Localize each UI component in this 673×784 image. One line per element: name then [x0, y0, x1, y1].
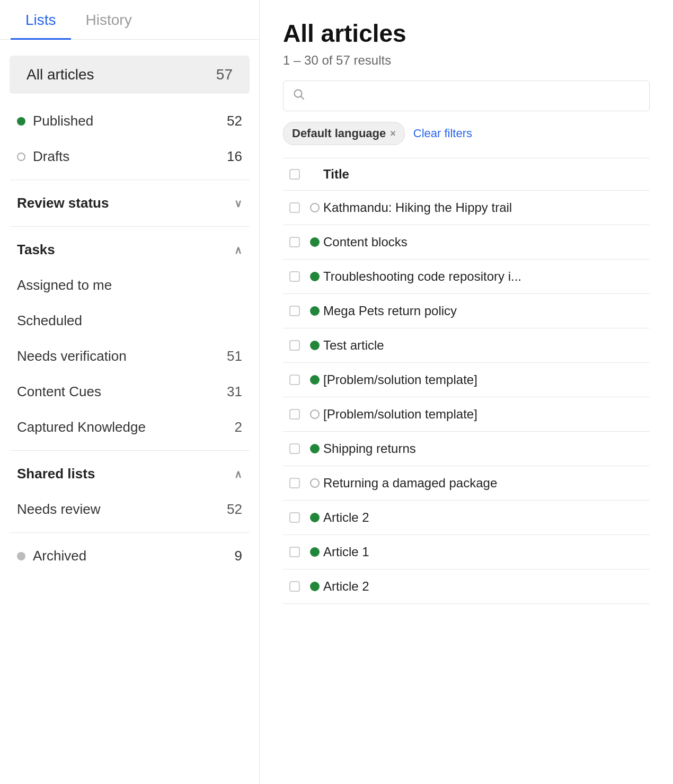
archived-count: 9: [235, 548, 242, 564]
sidebar-item-needs-verification[interactable]: Needs verification 51: [0, 338, 259, 374]
article-title: Kathmandu: Hiking the Hippy trail: [323, 200, 650, 215]
tasks-header[interactable]: Tasks ∧: [0, 232, 259, 268]
published-label: Published: [33, 113, 93, 129]
table-row[interactable]: Troubleshooting code repository i...: [283, 260, 650, 294]
sidebar-item-content-cues[interactable]: Content Cues 31: [0, 374, 259, 409]
needs-verification-label: Needs verification: [17, 348, 127, 364]
row-checkbox[interactable]: [289, 271, 300, 282]
article-title: Mega Pets return policy: [323, 304, 650, 318]
drafts-label: Drafts: [33, 148, 69, 165]
row-checkbox[interactable]: [289, 375, 300, 385]
table-row[interactable]: Mega Pets return policy: [283, 294, 650, 328]
sidebar-item-assigned-to-me[interactable]: Assigned to me: [0, 268, 259, 303]
sidebar-item-captured-knowledge[interactable]: Captured Knowledge 2: [0, 409, 259, 445]
select-all-checkbox[interactable]: [289, 169, 300, 180]
filter-tag-close-icon[interactable]: ×: [390, 128, 396, 139]
sidebar-item-published[interactable]: Published 52: [0, 103, 259, 139]
all-articles-count: 57: [216, 66, 233, 83]
all-articles-item[interactable]: All articles 57: [10, 56, 250, 94]
published-dot: [17, 117, 25, 126]
status-dot-published: [310, 306, 320, 316]
table-row[interactable]: Article 1: [283, 535, 650, 569]
filter-bar: Default language × Clear filters: [283, 122, 650, 145]
table-row[interactable]: Kathmandu: Hiking the Hippy trail: [283, 191, 650, 225]
sidebar-item-scheduled[interactable]: Scheduled: [0, 303, 259, 338]
divider-2: [10, 226, 250, 227]
table-row[interactable]: Shipping returns: [283, 432, 650, 466]
status-dot-published: [310, 547, 320, 557]
status-dot-draft: [310, 203, 320, 212]
results-count: 1 – 30 of 57 results: [283, 53, 650, 68]
row-checkbox[interactable]: [289, 581, 300, 592]
all-articles-label: All articles: [26, 66, 94, 83]
sidebar-content: All articles 57 Published 52 Drafts 16 R…: [0, 40, 259, 584]
table-row[interactable]: [Problem/solution template]: [283, 397, 650, 432]
row-checkbox[interactable]: [289, 202, 300, 213]
status-dot-published: [310, 272, 320, 281]
sidebar-item-drafts[interactable]: Drafts 16: [0, 139, 259, 174]
tab-lists[interactable]: Lists: [11, 0, 71, 40]
archived-dot: [17, 552, 25, 560]
row-checkbox[interactable]: [289, 237, 300, 247]
review-status-label: Review status: [17, 195, 109, 211]
table-row[interactable]: Returning a damaged package: [283, 466, 650, 501]
article-title: Shipping returns: [323, 441, 650, 456]
published-count: 52: [227, 113, 242, 129]
status-dot-draft: [310, 478, 320, 488]
sidebar: Lists History All articles 57 Published …: [0, 0, 260, 784]
clear-filters-button[interactable]: Clear filters: [413, 127, 472, 140]
divider-1: [10, 180, 250, 180]
status-dot-published: [310, 237, 320, 247]
article-title: Test article: [323, 338, 650, 353]
tasks-label: Tasks: [17, 242, 55, 258]
drafts-dot: [17, 153, 25, 161]
needs-review-count: 52: [227, 501, 242, 518]
filter-tag-label: Default language: [292, 127, 386, 140]
filter-tag-default-language[interactable]: Default language ×: [283, 122, 405, 145]
drafts-count: 16: [227, 148, 242, 165]
status-dot-published: [310, 341, 320, 350]
table-row[interactable]: Content blocks: [283, 225, 650, 260]
table-row[interactable]: Article 2: [283, 569, 650, 604]
article-table-header: Title: [283, 158, 650, 191]
article-title: Article 2: [323, 579, 650, 594]
article-title: Returning a damaged package: [323, 476, 650, 491]
shared-lists-chevron-icon: ∧: [234, 468, 242, 480]
article-title: [Problem/solution template]: [323, 407, 650, 422]
shared-lists-header[interactable]: Shared lists ∧: [0, 456, 259, 492]
shared-lists-label: Shared lists: [17, 466, 95, 482]
status-dot-published: [310, 375, 320, 385]
tasks-chevron-icon: ∧: [234, 244, 242, 256]
status-dot-published: [310, 582, 320, 591]
table-row[interactable]: Article 2: [283, 501, 650, 535]
row-checkbox[interactable]: [289, 340, 300, 351]
review-status-header[interactable]: Review status ∨: [0, 185, 259, 221]
row-checkbox[interactable]: [289, 306, 300, 316]
search-input[interactable]: [311, 89, 640, 103]
row-checkbox[interactable]: [289, 547, 300, 557]
row-checkbox[interactable]: [289, 409, 300, 420]
tabs-bar: Lists History: [0, 0, 259, 40]
main-content: All articles 1 – 30 of 57 results Defaul…: [260, 0, 673, 784]
row-checkbox[interactable]: [289, 443, 300, 454]
row-checkbox[interactable]: [289, 478, 300, 488]
sidebar-item-archived[interactable]: Archived 9: [0, 538, 259, 574]
needs-review-label: Needs review: [17, 501, 101, 518]
status-dot-draft: [310, 409, 320, 419]
status-dot-published: [310, 513, 320, 522]
article-rows: Kathmandu: Hiking the Hippy trailContent…: [283, 191, 650, 604]
table-row[interactable]: Test article: [283, 328, 650, 363]
search-icon: [293, 88, 305, 103]
archived-label: Archived: [33, 548, 86, 564]
article-title: Content blocks: [323, 235, 650, 250]
article-title: Article 1: [323, 545, 650, 559]
table-row[interactable]: [Problem/solution template]: [283, 363, 650, 397]
content-cues-count: 31: [227, 384, 242, 400]
tab-history[interactable]: History: [71, 0, 147, 40]
content-cues-label: Content Cues: [17, 384, 101, 400]
title-column-header: Title: [323, 167, 650, 182]
row-checkbox[interactable]: [289, 512, 300, 523]
sidebar-item-needs-review[interactable]: Needs review 52: [0, 492, 259, 527]
search-bar: [283, 81, 650, 111]
captured-knowledge-count: 2: [235, 419, 242, 435]
